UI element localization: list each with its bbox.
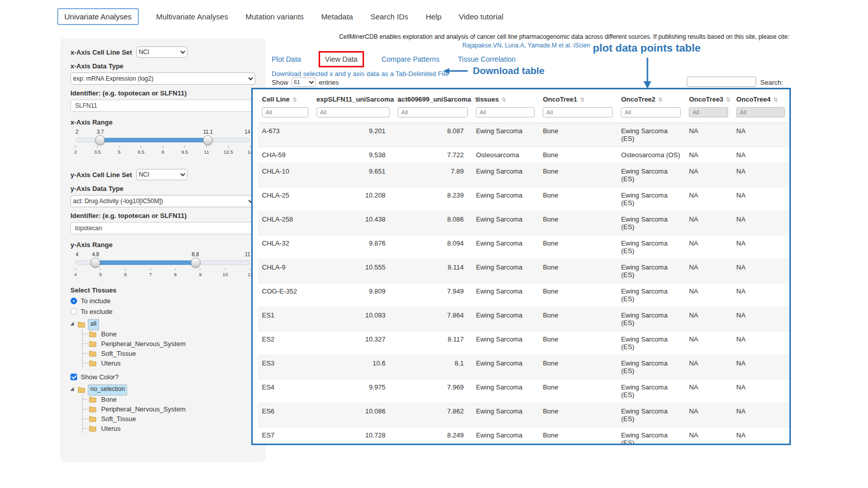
- tree-node-all[interactable]: all: [71, 320, 255, 329]
- y-data-type-select[interactable]: act: Drug Activity (-log10[IC50M]): [70, 195, 255, 207]
- nav-tab-video-tutorial[interactable]: Video tutorial: [459, 12, 503, 21]
- tree-node-soft-tissue[interactable]: Soft_Tissue: [83, 414, 255, 424]
- checkbox-label: Show Color?: [81, 373, 118, 381]
- folder-icon: [78, 386, 85, 393]
- table-row[interactable]: ES49.9757.969Ewing SarcomaBoneEwing Sarc…: [258, 379, 789, 403]
- slider-selected-range[interactable]: [95, 260, 195, 265]
- tab-plot-data[interactable]: Plot Data: [272, 55, 301, 63]
- column-header-oncotree3[interactable]: OncoTree3⇅: [685, 90, 732, 106]
- filter-input-tissues[interactable]: [476, 107, 535, 117]
- tab-compare-patterns[interactable]: Compare Patterns: [381, 55, 440, 63]
- table-row[interactable]: COG-E-3529.8097.949Ewing SarcomaBoneEwin…: [258, 283, 789, 307]
- filter-input-oncotree4[interactable]: [736, 107, 785, 117]
- radio-to-include[interactable]: To include: [70, 297, 255, 305]
- filter-input-act609699-unisarcoma[interactable]: [398, 107, 468, 117]
- column-header-act609699-unisarcoma[interactable]: act609699_uniSarcoma⇅: [394, 90, 472, 106]
- nav-tab-search-ids[interactable]: Search IDs: [370, 12, 408, 21]
- nav-tab-help[interactable]: Help: [426, 12, 442, 21]
- x-axis-range-slider[interactable]: 2143.711.123.556.589.51112.514: [76, 129, 250, 156]
- tree-toggle-icon[interactable]: [70, 322, 76, 327]
- x-cell-line-set-select[interactable]: NCI: [136, 46, 187, 58]
- nav-tab-metadata[interactable]: Metadata: [321, 12, 353, 21]
- slider-tick-label: 5: [99, 268, 102, 277]
- tree-node-bone[interactable]: Bone: [83, 395, 255, 404]
- cell-oncotree1: Bone: [539, 163, 617, 187]
- column-header-tissues[interactable]: tissues⇅: [472, 90, 539, 106]
- tree-node-peripheral-nervous-system[interactable]: Peripheral_Nervous_System: [83, 404, 255, 414]
- slider-from-handle[interactable]: [91, 258, 101, 267]
- filter-input-expslfn11-unisarcoma[interactable]: [317, 107, 390, 117]
- table-row[interactable]: ES310.68.1Ewing SarcomaBoneEwing Sarcoma…: [258, 355, 789, 379]
- slider-selected-range[interactable]: [100, 138, 208, 142]
- y-axis-range-slider[interactable]: 4114.88.84567891011: [76, 252, 250, 278]
- table-row[interactable]: CHLA-109.6517.89Ewing SarcomaBoneEwing S…: [258, 163, 789, 187]
- tree-node-label[interactable]: Uterus: [99, 424, 123, 433]
- tree-node-label[interactable]: Peripheral_Nervous_System: [99, 405, 187, 413]
- tab-view-data[interactable]: View Data: [319, 51, 365, 67]
- tree-node-label[interactable]: Bone: [99, 395, 118, 404]
- nav-tab-univariate-analyses[interactable]: Univariate Analyses: [57, 8, 139, 25]
- slider-to-handle[interactable]: [203, 135, 213, 145]
- sort-icon[interactable]: ⇅: [658, 96, 663, 103]
- tree-node-soft-tissue[interactable]: Soft_Tissue: [83, 349, 255, 358]
- table-row[interactable]: ES710.7288.249Ewing SarcomaBoneEwing Sar…: [258, 427, 789, 446]
- download-link[interactable]: Download selected x and y axis data as a…: [272, 70, 449, 78]
- tree-node-uterus[interactable]: Uterus: [83, 358, 255, 368]
- down-arrow-icon: [641, 58, 654, 89]
- table-row[interactable]: ES110.0937.864Ewing SarcomaBoneEwing Sar…: [258, 307, 789, 331]
- nav-tab-mutation-variants[interactable]: Mutation variants: [246, 12, 304, 21]
- tree-node-label[interactable]: Bone: [99, 330, 118, 338]
- table-row[interactable]: CHLA-910.5558.114Ewing SarcomaBoneEwing …: [258, 259, 789, 283]
- tree-node-label[interactable]: all: [88, 319, 99, 330]
- y-cell-line-set-select[interactable]: NCI: [136, 169, 187, 180]
- filter-input-oncotree1[interactable]: [543, 107, 613, 117]
- tree-node-label[interactable]: Soft_Tissue: [99, 414, 138, 423]
- sort-icon[interactable]: ⇅: [501, 96, 506, 103]
- column-header-cell-line[interactable]: Cell Line⇅: [258, 90, 312, 106]
- column-header-oncotree4[interactable]: OncoTree4⇅: [732, 90, 789, 106]
- x-data-type-select[interactable]: exp: mRNA Expression (log2): [70, 72, 255, 85]
- nav-tab-multivariate-analyses[interactable]: Multivariate Analyses: [156, 12, 228, 21]
- tab-tissue-correlation[interactable]: Tissue Correlation: [458, 55, 516, 63]
- cell-tissues: Ewing Sarcoma: [472, 307, 539, 331]
- include-tissues-tree[interactable]: allBonePeripheral_Nervous_SystemSoft_Tis…: [71, 320, 255, 368]
- search-input[interactable]: [687, 77, 756, 87]
- tree-node-uterus[interactable]: Uterus: [83, 424, 255, 433]
- y-identifier-input[interactable]: [70, 222, 255, 234]
- filter-input-oncotree3[interactable]: [689, 107, 728, 117]
- filter-input-cell-line[interactable]: [262, 107, 308, 117]
- tree-node-label[interactable]: Soft_Tissue: [99, 349, 138, 358]
- cell-expslfn11-unisarcoma: 10.555: [312, 259, 394, 283]
- sort-icon[interactable]: ⇅: [292, 96, 297, 103]
- cell-expslfn11-unisarcoma: 10.438: [312, 211, 394, 235]
- tree-node-label[interactable]: Peripheral_Nervous_System: [99, 339, 187, 348]
- column-header-oncotree2[interactable]: OncoTree2⇅: [617, 90, 685, 106]
- slider-from-handle[interactable]: [95, 135, 105, 145]
- tree-toggle-icon[interactable]: [70, 387, 76, 393]
- column-header-oncotree1[interactable]: OncoTree1⇅: [539, 90, 617, 106]
- tree-node-label[interactable]: no_selection: [88, 384, 127, 396]
- filter-input-oncotree2[interactable]: [621, 107, 681, 117]
- table-row[interactable]: CHLA-25810.4388.086Ewing SarcomaBoneEwin…: [258, 211, 789, 235]
- radio-to-exclude[interactable]: To exclude: [70, 308, 255, 315]
- show-color-checkbox[interactable]: Show Color?: [70, 373, 255, 381]
- show-entries: Show 61 entries: [272, 78, 339, 87]
- sort-icon[interactable]: ⇅: [773, 96, 778, 103]
- sort-icon[interactable]: ⇅: [726, 96, 731, 103]
- x-identifier-input[interactable]: [70, 100, 255, 112]
- column-header-expslfn11-unisarcoma[interactable]: expSLFN11_uniSarcoma⇅: [312, 90, 394, 106]
- entries-select[interactable]: 61: [292, 78, 316, 87]
- table-row[interactable]: CHLA-2510.2088.239Ewing SarcomaBoneEwing…: [258, 187, 789, 211]
- table-row[interactable]: A-6739.2018.087Ewing SarcomaBoneEwing Sa…: [258, 123, 789, 147]
- sort-icon[interactable]: ⇅: [580, 96, 584, 103]
- tree-node-label[interactable]: Uterus: [99, 359, 123, 368]
- table-row[interactable]: CHLA-329.8768.094Ewing SarcomaBoneEwing …: [258, 235, 789, 259]
- tree-node-no-selection[interactable]: no_selection: [71, 385, 255, 395]
- table-row[interactable]: ES210.3278.117Ewing SarcomaBoneEwing Sar…: [258, 331, 789, 355]
- slider-to-handle[interactable]: [190, 258, 200, 267]
- table-row[interactable]: CHA-599.5387.722OsteosarcomaBoneOsteosar…: [258, 147, 789, 163]
- tree-node-bone[interactable]: Bone: [83, 329, 255, 339]
- table-row[interactable]: ES610.0867.862Ewing SarcomaBoneEwing Sar…: [258, 403, 789, 427]
- exclude-tissues-tree[interactable]: no_selectionBonePeripheral_Nervous_Syste…: [71, 385, 255, 433]
- tree-node-peripheral-nervous-system[interactable]: Peripheral_Nervous_System: [83, 339, 255, 349]
